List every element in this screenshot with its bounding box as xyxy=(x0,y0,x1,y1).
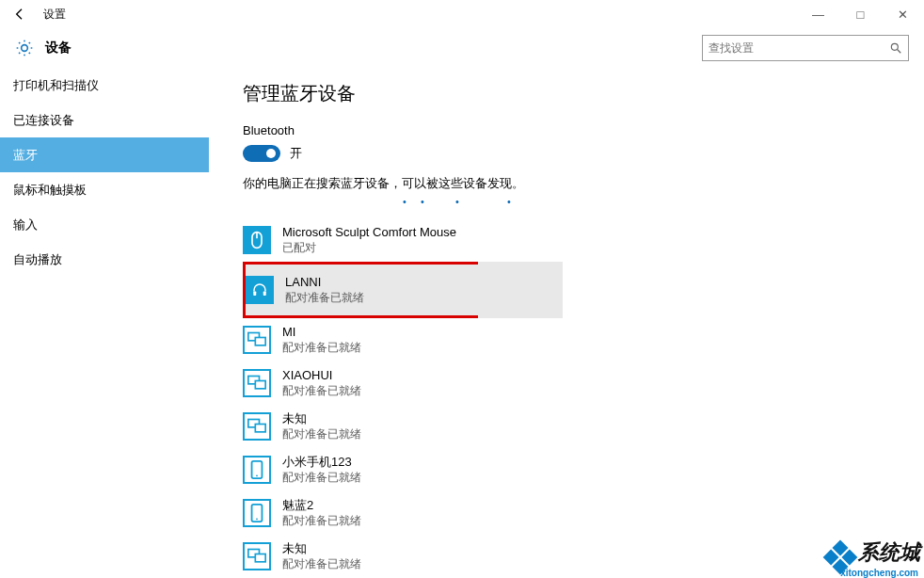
device-name: 小米手机123 xyxy=(282,455,361,471)
device-info: 魅蓝2配对准备已就绪 xyxy=(282,498,361,528)
sidebar-item-label: 自动播放 xyxy=(13,251,62,268)
svg-point-13 xyxy=(256,474,258,476)
header-title: 设备 xyxy=(45,40,72,56)
search-input[interactable] xyxy=(709,41,889,55)
main: 打印机和扫描仪已连接设备蓝牙鼠标和触摸板输入自动播放 管理蓝牙设备 Blueto… xyxy=(0,68,924,578)
watermark-text-en: xitongcheng.com xyxy=(840,568,918,578)
page-title: 管理蓝牙设备 xyxy=(243,81,924,106)
device-name: 魅蓝2 xyxy=(282,498,361,514)
device-name: 未知 xyxy=(282,411,361,427)
titlebar: 设置 — □ ✕ xyxy=(0,0,924,28)
mouse-icon xyxy=(243,226,271,254)
device-info: 小米手机123配对准备已就绪 xyxy=(282,455,361,485)
window-controls: — □ ✕ xyxy=(797,0,924,28)
svg-point-0 xyxy=(891,43,898,50)
device-list: Microsoft Sculpt Comfort Mouse已配对LANNI配对… xyxy=(243,218,924,578)
device-status: 配对准备已就绪 xyxy=(285,291,364,306)
device-row-5[interactable]: 小米手机123配对准备已就绪 xyxy=(243,448,557,491)
scan-status-text: 你的电脑正在搜索蓝牙设备，可以被这些设备发现。 xyxy=(243,175,924,192)
minimize-button[interactable]: — xyxy=(797,0,839,28)
device-info: LANNI配对准备已就绪 xyxy=(285,275,364,305)
sidebar-item-label: 蓝牙 xyxy=(13,147,38,164)
back-button[interactable] xyxy=(8,2,32,26)
bluetooth-toggle[interactable] xyxy=(243,145,280,162)
gear-icon xyxy=(15,39,34,57)
svg-point-15 xyxy=(256,518,258,520)
device-name: MI xyxy=(282,325,361,341)
device-row-3[interactable]: XIAOHUI配对准备已就绪 xyxy=(243,361,557,405)
close-button[interactable]: ✕ xyxy=(882,0,924,28)
screens-icon xyxy=(243,369,271,397)
device-status: 配对准备已就绪 xyxy=(282,427,361,442)
device-status: 配对准备已就绪 xyxy=(282,557,361,572)
sidebar-item-label: 打印机和扫描仪 xyxy=(13,77,99,94)
device-name: LANNI xyxy=(285,275,364,291)
device-row-6[interactable]: 魅蓝2配对准备已就绪 xyxy=(243,491,557,535)
screens-icon xyxy=(243,542,271,570)
screens-icon xyxy=(243,326,271,354)
device-status: 配对准备已就绪 xyxy=(282,514,361,529)
toggle-state-label: 开 xyxy=(290,145,302,162)
arrow-left-icon xyxy=(12,7,27,22)
sidebar-item-3[interactable]: 鼠标和触摸板 xyxy=(0,172,209,207)
svg-rect-9 xyxy=(255,381,265,389)
sidebar-item-1[interactable]: 已连接设备 xyxy=(0,103,209,137)
search-icon xyxy=(889,41,902,55)
device-name: XIAOHUI xyxy=(282,368,361,384)
svg-rect-4 xyxy=(253,292,256,297)
device-row-0[interactable]: Microsoft Sculpt Comfort Mouse已配对 xyxy=(243,218,557,262)
header-row: 设备 xyxy=(0,28,924,68)
device-name: 未知 xyxy=(282,541,361,557)
device-info: 未知配对准备已就绪 xyxy=(282,411,361,442)
watermark: 系统城 xitongcheng.com xyxy=(828,538,920,576)
window-title: 设置 xyxy=(43,7,66,23)
watermark-text-cn: 系统城 xyxy=(858,540,920,564)
phone-icon xyxy=(243,456,271,484)
bluetooth-toggle-row: 开 xyxy=(243,145,924,162)
sidebar-item-label: 已连接设备 xyxy=(13,112,74,129)
maximize-button[interactable]: □ xyxy=(839,0,882,28)
svg-line-1 xyxy=(898,50,901,54)
sidebar-item-5[interactable]: 自动播放 xyxy=(0,242,209,277)
device-row-4[interactable]: 未知配对准备已就绪 xyxy=(243,405,557,448)
device-info: Microsoft Sculpt Comfort Mouse已配对 xyxy=(282,225,456,255)
device-row-7[interactable]: 未知配对准备已就绪 xyxy=(243,535,557,578)
device-info: XIAOHUI配对准备已就绪 xyxy=(282,368,361,398)
sidebar-item-0[interactable]: 打印机和扫描仪 xyxy=(0,68,209,103)
scanning-dots-icon: • • • • xyxy=(403,196,924,207)
sidebar-item-4[interactable]: 输入 xyxy=(0,207,209,242)
sidebar-item-label: 输入 xyxy=(13,217,38,233)
bluetooth-label: Bluetooth xyxy=(243,123,924,137)
device-row-1[interactable]: LANNI配对准备已就绪 xyxy=(243,262,481,318)
phone-icon xyxy=(243,499,271,527)
svg-rect-17 xyxy=(255,554,265,562)
sidebar-item-2[interactable]: 蓝牙 xyxy=(0,137,209,172)
device-info: 未知配对准备已就绪 xyxy=(282,541,361,571)
device-status: 配对准备已就绪 xyxy=(282,384,361,399)
device-status: 配对准备已就绪 xyxy=(282,471,361,486)
device-info: MI配对准备已就绪 xyxy=(282,325,361,355)
toggle-knob xyxy=(266,149,276,158)
search-box[interactable] xyxy=(702,35,909,61)
headset-icon xyxy=(246,276,274,304)
sidebar-item-label: 鼠标和触摸板 xyxy=(13,182,87,199)
content: 管理蓝牙设备 Bluetooth 开 你的电脑正在搜索蓝牙设备，可以被这些设备发… xyxy=(209,68,924,578)
device-status: 已配对 xyxy=(282,241,456,256)
svg-rect-7 xyxy=(255,338,265,345)
device-row-2[interactable]: MI配对准备已就绪 xyxy=(243,318,557,361)
device-name: Microsoft Sculpt Comfort Mouse xyxy=(282,225,456,241)
sidebar: 打印机和扫描仪已连接设备蓝牙鼠标和触摸板输入自动播放 xyxy=(0,68,209,578)
device-status: 配对准备已就绪 xyxy=(282,341,361,356)
svg-rect-5 xyxy=(263,292,266,297)
screens-icon xyxy=(243,412,271,441)
svg-rect-11 xyxy=(255,425,265,432)
